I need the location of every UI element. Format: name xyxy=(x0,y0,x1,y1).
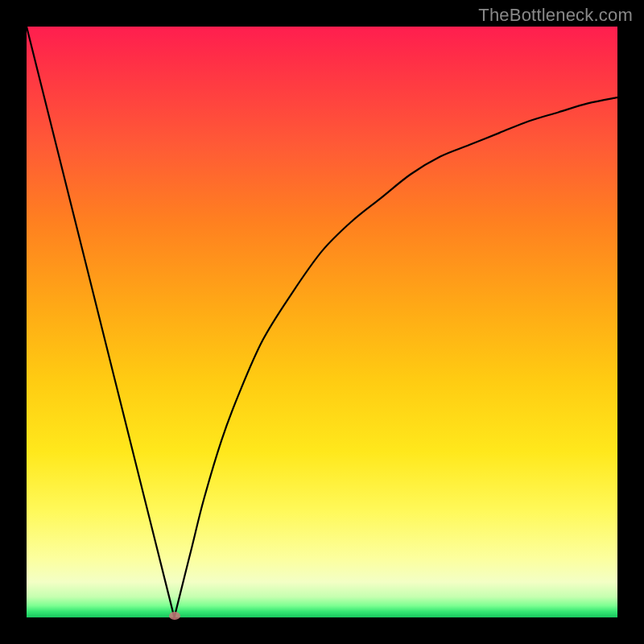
plot-area xyxy=(27,27,617,617)
chart-frame: TheBottleneck.com xyxy=(0,0,644,644)
curve-min-marker xyxy=(169,612,180,620)
watermark-text: TheBottleneck.com xyxy=(478,5,633,26)
bottleneck-curve xyxy=(27,27,617,617)
